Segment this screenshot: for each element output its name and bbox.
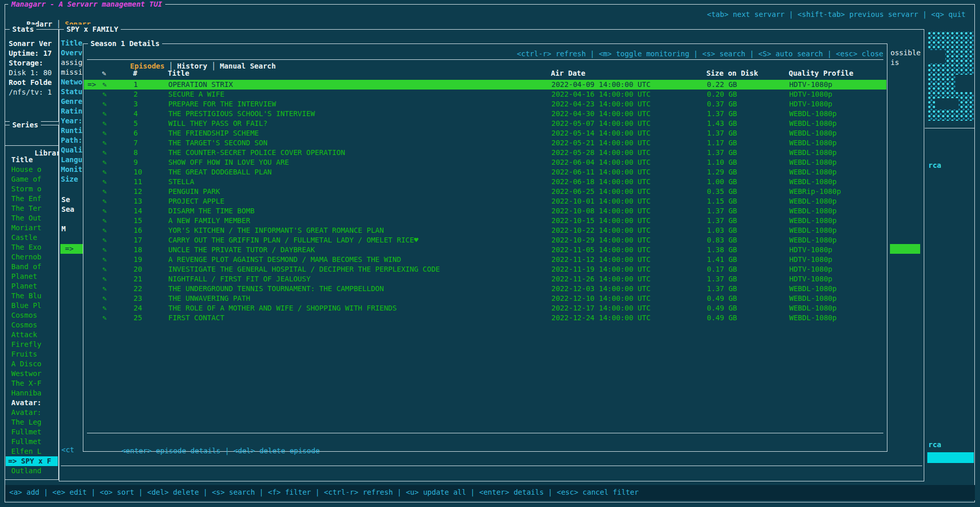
episode-title: THE TARGET'S SECOND SON: [168, 138, 268, 148]
series-list-item[interactable]: Avatar:: [6, 398, 58, 408]
episode-quality-profile: WEBDL-1080p: [789, 206, 837, 216]
series-list-item[interactable]: A Disco: [6, 359, 58, 369]
field-label: Size: [61, 174, 83, 184]
series-list-item[interactable]: Planet: [6, 281, 58, 291]
series-list-item[interactable]: => SPY x F: [6, 456, 58, 466]
episode-row-20[interactable]: ✎20INVESTIGATE THE GENERAL HOSPITAL / DE…: [84, 264, 886, 274]
episode-row-4[interactable]: ✎4THE PRESTIGIOUS SCHOOL'S INTERVIEW2022…: [84, 109, 886, 119]
series-list-item[interactable]: Cosmos: [6, 320, 58, 330]
episode-row-24[interactable]: ✎24THE ROLE OF A MOTHER AND WIFE / SHOPP…: [84, 303, 886, 313]
monitored-pencil-icon: ✎: [102, 313, 106, 323]
series-list-item[interactable]: Fullmet: [6, 427, 58, 437]
episode-row-18[interactable]: ✎18UNCLE THE PRIVATE TUTOR / DAYBREAK202…: [84, 245, 886, 255]
episode-size-on-disk: 1.17 GB: [707, 138, 737, 148]
episode-row-17[interactable]: ✎17CARRY OUT THE GRIFFIN PLAN / FULLMETA…: [84, 235, 886, 245]
episode-quality-profile: WEBDL-1080p: [789, 158, 837, 167]
episode-row-7[interactable]: ✎7THE TARGET'S SECOND SON2022-05-21 14:0…: [84, 138, 886, 148]
field-label: Monit: [61, 165, 83, 174]
episode-air-date: 2022-05-28 14:00:00 UTC: [551, 148, 651, 158]
series-list-item[interactable]: The X-F: [6, 379, 58, 388]
season-tab-bar: Episodes│History│Manual Search <ctrl-r> …: [87, 48, 883, 60]
episode-quality-profile: WEBRip-1080p: [789, 187, 841, 196]
episode-table-header: ✎ # Title Air Date Size on Disk Quality …: [83, 69, 887, 78]
episode-title: THE COUNTER-SECRET POLICE COVER OPERATIO…: [168, 148, 345, 158]
series-list-item[interactable]: Blue Pl: [6, 301, 58, 311]
episode-air-date: 2022-05-14 14:00:00 UTC: [551, 128, 651, 138]
episode-air-date: 2022-04-30 14:00:00 UTC: [551, 109, 651, 119]
monitored-pencil-icon: ✎: [102, 284, 106, 294]
monitored-pencil-icon: ✎: [102, 148, 106, 158]
episode-row-11[interactable]: ✎11STELLA2022-06-18 14:00:00 UTC1.00 GBW…: [84, 177, 886, 187]
series-list-item[interactable]: House o: [6, 165, 58, 174]
episode-quality-profile: HDTV-1080p: [789, 99, 832, 109]
episode-row-10[interactable]: ✎10THE GREAT DODGEBALL PLAN2022-06-11 14…: [84, 167, 886, 177]
series-list-item[interactable]: Firefly: [6, 340, 58, 349]
selected-row-marker: =>: [87, 80, 96, 90]
series-list-item[interactable]: Storm o: [6, 184, 58, 194]
series-list-item[interactable]: Band of: [6, 262, 58, 272]
episode-quality-profile: WEBDL-1080p: [789, 284, 837, 294]
episode-row-6[interactable]: ✎6THE FRIENDSHIP SCHEME2022-05-14 14:00:…: [84, 128, 886, 138]
series-list-item[interactable]: Chernob: [6, 252, 58, 262]
series-list-item[interactable]: Game of: [6, 174, 58, 184]
episode-air-date: 2022-04-16 14:00:00 UTC: [551, 90, 651, 99]
bottom-keybind-bar: <a> add | <e> edit | <o> sort | <del> de…: [5, 485, 975, 500]
episode-row-22[interactable]: ✎22THE UNDERGROUND TENNIS TOURNAMENT: TH…: [84, 284, 886, 294]
series-list-item[interactable]: The Ter: [6, 204, 58, 213]
episode-size-on-disk: 1.37 GB: [707, 284, 737, 294]
episode-row-21[interactable]: ✎21NIGHTFALL / FIRST FIT OF JEALOUSY2022…: [84, 274, 886, 284]
field-label: Title: [61, 38, 83, 48]
episode-air-date: 2022-06-11 14:00:00 UTC: [551, 167, 651, 177]
episode-number: 5: [133, 119, 138, 128]
episode-title: PROJECT APPLE: [168, 196, 225, 206]
episode-number: 21: [133, 274, 142, 284]
episode-title: NIGHTFALL / FIRST FIT OF JEALOUSY: [168, 274, 310, 284]
episode-row-2[interactable]: ✎2SECURE A WIFE2022-04-16 14:00:00 UTC0.…: [84, 90, 886, 99]
field-label: Overv: [61, 48, 83, 58]
episode-row-15[interactable]: ✎15A NEW FAMILY MEMBER2022-10-15 14:00:0…: [84, 216, 886, 226]
episode-row-14[interactable]: ✎14DISARM THE TIME BOMB2022-10-08 14:00:…: [84, 206, 886, 216]
episode-row-9[interactable]: ✎9SHOW OFF HOW IN LOVE YOU ARE2022-06-04…: [84, 158, 886, 167]
series-list-item[interactable]: The Enf: [6, 194, 58, 204]
series-list-item[interactable]: Attack: [6, 330, 58, 340]
episode-row-19[interactable]: ✎19A REVENGE PLOT AGAINST DESMOND / MAMA…: [84, 255, 886, 264]
series-list-item[interactable]: Castle: [6, 233, 58, 243]
episode-row-5[interactable]: ✎5WILL THEY PASS OR FAIL?2022-05-07 14:0…: [84, 119, 886, 128]
overview-text-fragment: is: [890, 58, 899, 68]
series-list-item[interactable]: Fullmet: [6, 437, 58, 447]
series-list-item[interactable]: Outland: [6, 466, 58, 476]
series-list-item[interactable]: The Out: [6, 213, 58, 223]
series-list-item[interactable]: Elfen L: [6, 447, 58, 456]
selected-season-row-fragment[interactable]: =>: [60, 244, 83, 254]
series-list-item[interactable]: The Leg: [6, 417, 58, 427]
leftover-border-line: [925, 128, 975, 128]
episode-title: A NEW FAMILY MEMBER: [168, 216, 250, 226]
episode-title: SECURE A WIFE: [168, 90, 225, 99]
monitored-pencil-icon: ✎: [102, 109, 106, 119]
episode-row-3[interactable]: ✎3PREPARE FOR THE INTERVIEW2022-04-23 14…: [84, 99, 886, 109]
series-list-item[interactable]: The Blu: [6, 291, 58, 301]
series-list-item[interactable]: The Exo: [6, 243, 58, 252]
episode-row-23[interactable]: ✎23THE UNWAVERING PATH2022-12-10 14:00:0…: [84, 294, 886, 303]
episode-air-date: 2022-11-12 14:00:00 UTC: [551, 255, 651, 264]
series-list-item[interactable]: Moriart: [6, 223, 58, 233]
series-list-item[interactable]: Fruits: [6, 349, 58, 359]
air-date-column-header: Air Date: [551, 69, 585, 78]
series-list-item[interactable]: Avatar:: [6, 408, 58, 417]
episode-air-date: 2022-11-26 14:00:00 UTC: [551, 274, 651, 284]
episode-row-8[interactable]: ✎8THE COUNTER-SECRET POLICE COVER OPERAT…: [84, 148, 886, 158]
number-column-header: #: [133, 69, 137, 78]
episode-air-date: 2022-12-10 14:00:00 UTC: [551, 294, 651, 303]
episode-row-1[interactable]: =>✎1OPERATION STRIX2022-04-09 14:00:00 U…: [84, 80, 886, 90]
episode-air-date: 2022-06-04 14:00:00 UTC: [551, 158, 651, 167]
episode-row-12[interactable]: ✎12PENGUIN PARK2022-06-25 14:00:00 UTC0.…: [84, 187, 886, 196]
episode-row-16[interactable]: ✎16YOR'S KITCHEN / THE INFORMANT'S GREAT…: [84, 226, 886, 235]
episode-row-13[interactable]: ✎13PROJECT APPLE2022-10-01 14:00:00 UTC1…: [84, 196, 886, 206]
series-list-item[interactable]: Cosmos: [6, 311, 58, 320]
series-list-item[interactable]: Hanniba: [6, 388, 58, 398]
series-list-item[interactable]: Westwor: [6, 369, 58, 379]
seasons-panel-border: [61, 466, 922, 466]
episode-row-25[interactable]: ✎25FIRST CONTACT2022-12-24 14:00:00 UTC0…: [84, 313, 886, 323]
episode-number: 8: [133, 148, 138, 158]
series-list-item[interactable]: Planet: [6, 272, 58, 281]
